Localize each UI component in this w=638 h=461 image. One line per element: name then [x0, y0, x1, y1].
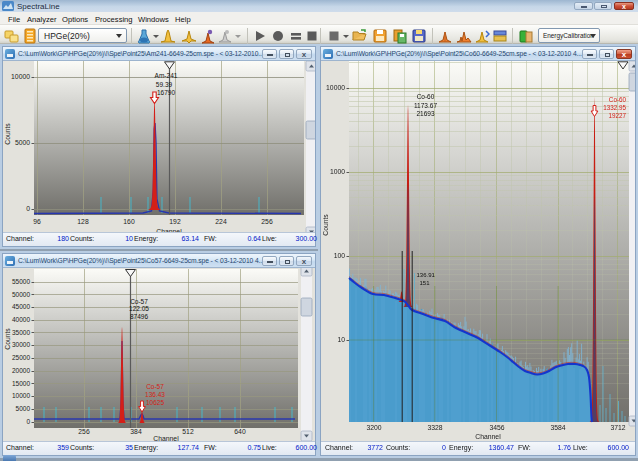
svg-text:10625: 10625: [146, 399, 164, 406]
svg-text:256: 256: [78, 428, 90, 435]
svg-text:136.43: 136.43: [145, 391, 165, 398]
svg-text:3328: 3328: [427, 424, 442, 431]
svg-text:Counts: Counts: [4, 328, 11, 350]
svg-text:Co-60: Co-60: [417, 93, 435, 100]
svg-text:35000: 35000: [12, 329, 30, 336]
svg-text:224: 224: [215, 218, 227, 225]
svg-text:100: 100: [334, 252, 346, 259]
svg-text:3712: 3712: [610, 424, 625, 431]
svg-text:59.39: 59.39: [156, 81, 173, 88]
svg-text:122.05: 122.05: [129, 305, 149, 312]
svg-text:21693: 21693: [416, 110, 434, 117]
svg-text:3200: 3200: [366, 424, 381, 431]
svg-text:3584: 3584: [550, 424, 565, 431]
svg-text:87496: 87496: [130, 313, 148, 320]
svg-text:10000: 10000: [326, 84, 345, 91]
svg-text:20000: 20000: [12, 367, 30, 374]
svg-text:1173.67: 1173.67: [414, 102, 437, 109]
svg-text:15000: 15000: [12, 380, 30, 387]
svg-text:16790: 16790: [157, 89, 175, 96]
svg-text:5000: 5000: [15, 139, 30, 146]
svg-text:40000: 40000: [12, 316, 30, 323]
svg-text:10000: 10000: [11, 73, 30, 80]
svg-text:640: 640: [234, 428, 246, 435]
svg-text:Co-57: Co-57: [130, 298, 148, 305]
svg-text:19227: 19227: [608, 112, 626, 119]
svg-text:512: 512: [182, 428, 194, 435]
svg-text:160: 160: [123, 218, 135, 225]
svg-text:96: 96: [33, 218, 41, 225]
svg-text:25000: 25000: [12, 354, 30, 361]
svg-text:5000: 5000: [16, 405, 31, 412]
svg-text:55000: 55000: [12, 278, 30, 285]
svg-text:192: 192: [169, 218, 181, 225]
svg-text:Channel: Channel: [475, 433, 501, 440]
svg-text:0: 0: [26, 418, 30, 425]
svg-text:151: 151: [420, 280, 431, 286]
svg-text:10: 10: [337, 336, 345, 343]
svg-text:Co-57: Co-57: [146, 383, 164, 390]
svg-text:384: 384: [130, 428, 142, 435]
svg-text:Co-60: Co-60: [609, 96, 627, 103]
svg-text:3456: 3456: [489, 424, 504, 431]
svg-text:45000: 45000: [12, 303, 30, 310]
svg-text:128: 128: [77, 218, 89, 225]
svg-text:Am-241: Am-241: [155, 72, 178, 79]
svg-text:256: 256: [261, 218, 273, 225]
svg-text:10000: 10000: [12, 392, 30, 399]
svg-text:0: 0: [26, 205, 30, 212]
svg-text:Counts: Counts: [322, 214, 329, 236]
svg-text:136.91: 136.91: [417, 272, 436, 278]
svg-text:30000: 30000: [12, 341, 30, 348]
svg-text:1000: 1000: [330, 168, 345, 175]
svg-text:Counts: Counts: [4, 123, 11, 145]
svg-text:50000: 50000: [12, 291, 30, 298]
svg-text:1332.95: 1332.95: [603, 104, 626, 111]
